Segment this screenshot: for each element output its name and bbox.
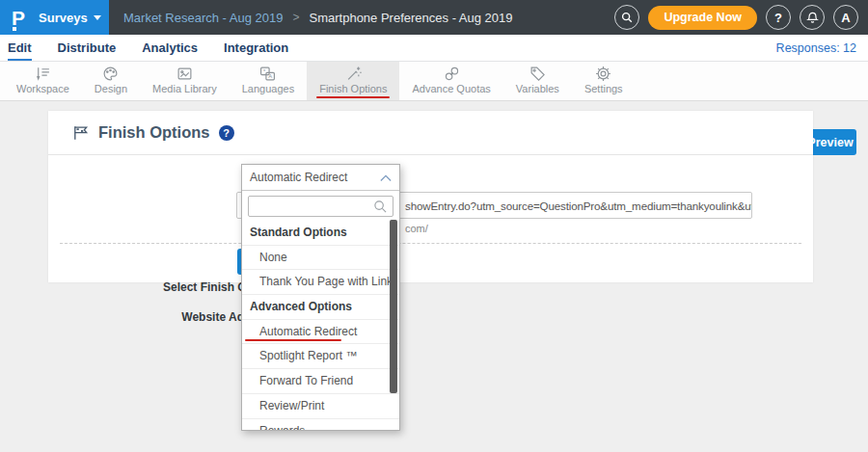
image-icon (176, 66, 193, 82)
breadcrumb-current: Smartphone Preferences - Aug 2019 (310, 11, 513, 25)
selected-option: Automatic Redirect (250, 171, 380, 184)
option-automatic-redirect[interactable]: Automatic Redirect (242, 320, 399, 345)
preview-label: Preview (807, 136, 853, 149)
logo-letter: P (12, 7, 25, 29)
toolbar-label: Advance Quotas (412, 83, 490, 94)
toolbar-item-finish-options[interactable]: Finish Options (307, 62, 399, 100)
tag-icon (529, 66, 546, 82)
breadcrumb-separator: > (292, 11, 299, 24)
edit-toolbar: Workspace Design Media Library *A Langua… (0, 62, 868, 101)
logo-dot (13, 27, 16, 31)
dropdown-scrollbar-thumb[interactable] (390, 220, 397, 393)
notifications-button[interactable] (800, 5, 825, 30)
tab-distribute[interactable]: Distribute (58, 35, 117, 62)
toolbar-label: Workspace (16, 83, 69, 94)
option-label: Automatic Redirect (259, 325, 357, 338)
dropdown-search-wrap (242, 191, 399, 221)
toolbar-items: Workspace Design Media Library *A Langua… (4, 62, 636, 100)
website-address-value: showEntry.do?utm_source=QuestionPro&utm_… (405, 199, 752, 212)
search-icon (373, 199, 388, 214)
toolbar-item-advance-quotas[interactable]: Advance Quotas (399, 62, 502, 100)
option-spotlight-report[interactable]: Spotlight Report ™ (242, 344, 399, 369)
toolbar-item-design[interactable]: Design (82, 62, 140, 100)
upgrade-now-button[interactable]: Upgrade Now (648, 6, 757, 30)
finish-option-dropdown: Automatic Redirect Standard Options None… (241, 164, 400, 431)
option-group-advanced: Advanced Options (242, 295, 399, 320)
red-annotation-underline (245, 339, 341, 342)
bell-icon (805, 11, 820, 25)
questionpro-logo[interactable]: P (12, 8, 25, 28)
toolbar-label: Settings (584, 83, 623, 94)
product-menu[interactable]: Surveys (39, 11, 101, 25)
palette-icon (102, 66, 119, 82)
responses-count[interactable]: Responses: 12 (776, 35, 856, 62)
title-help-icon[interactable]: ? (219, 125, 234, 141)
card-divider (60, 243, 801, 244)
toolbar-item-media-library[interactable]: Media Library (140, 62, 230, 100)
tabs: Edit Distribute Analytics Integration (8, 35, 288, 62)
option-review-print[interactable]: Review/Print (242, 394, 399, 419)
search-icon (620, 11, 634, 24)
gear-icon (595, 66, 611, 82)
toolbar-label: Languages (242, 83, 294, 94)
option-group-standard: Standard Options (242, 221, 399, 246)
finish-flag-icon (72, 124, 90, 142)
caret-down-icon (94, 15, 101, 20)
dropdown-search-input[interactable] (248, 196, 393, 217)
magic-wand-icon (345, 66, 362, 82)
option-rewards[interactable]: Rewards (242, 419, 399, 432)
translate-icon: *A (259, 66, 276, 82)
topbar-actions: Upgrade Now ? A (614, 0, 858, 35)
toolbar-item-variables[interactable]: Variables (503, 62, 572, 100)
option-none[interactable]: None (242, 246, 399, 271)
toolbar-label: Finish Options (319, 83, 387, 94)
svg-text:A: A (269, 73, 273, 79)
breadcrumb-parent[interactable]: Market Research - Aug 2019 (123, 11, 283, 25)
workspace-list-icon (35, 66, 51, 82)
breadcrumb: Market Research - Aug 2019 > Smartphone … (123, 0, 513, 35)
toolbar-label: Media Library (152, 83, 217, 94)
tab-bar: Edit Distribute Analytics Integration Re… (0, 35, 868, 62)
tab-analytics[interactable]: Analytics (142, 35, 198, 62)
finish-option-select[interactable]: Automatic Redirect (242, 165, 399, 191)
page-title: Finish Options (98, 123, 210, 142)
toolbar-item-workspace[interactable]: Workspace (4, 62, 82, 100)
tab-edit[interactable]: Edit (8, 35, 32, 62)
option-thank-you-page[interactable]: Thank You Page with Link (242, 270, 399, 295)
product-menu-label: Surveys (39, 11, 88, 25)
red-annotation-underline (316, 96, 390, 99)
search-button[interactable] (614, 5, 639, 30)
brand-block: P Surveys (0, 0, 109, 35)
website-helper-text: com/ (405, 223, 428, 234)
chain-links-icon (444, 66, 460, 82)
tab-integration[interactable]: Integration (224, 35, 288, 62)
toolbar-label: Variables (516, 83, 559, 94)
chevron-up-icon (380, 173, 392, 182)
toolbar-label: Design (95, 83, 127, 94)
top-bar: P Surveys Market Research - Aug 2019 > S… (0, 0, 868, 35)
card-header: Finish Options ? (48, 111, 813, 155)
toolbar-item-settings[interactable]: Settings (572, 62, 636, 100)
account-avatar[interactable]: A (833, 5, 858, 30)
help-button[interactable]: ? (766, 5, 791, 30)
option-forward-to-friend[interactable]: Forward To Friend (242, 369, 399, 394)
toolbar-item-languages[interactable]: *A Languages (230, 62, 307, 100)
dropdown-options-list: Standard Options None Thank You Page wit… (242, 221, 399, 431)
